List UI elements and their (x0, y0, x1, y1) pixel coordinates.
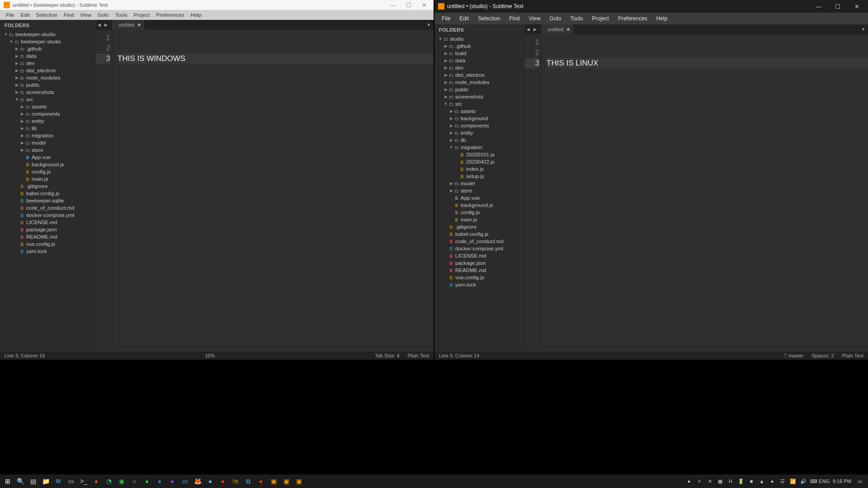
status-syntax[interactable]: Plain Text (842, 353, 864, 358)
taskbar-app-icon[interactable]: ✉ (52, 475, 64, 487)
folder-item[interactable]: ▶🗀dist_electron (0, 67, 96, 74)
code-area[interactable]: THIS IS LINUX (543, 34, 868, 352)
file-item[interactable]: 🗎yarn.lock (0, 248, 96, 255)
folder-item[interactable]: ▶🗀node_modules (434, 79, 525, 86)
file-item[interactable]: 🗎App.vue (434, 194, 525, 202)
folder-item[interactable]: ▼🗀beekeeper-studio (0, 31, 96, 38)
taskbar-app-icon[interactable]: ● (255, 475, 267, 487)
menu-view[interactable]: View (77, 12, 94, 18)
tab-menu-icon[interactable]: ▼ (859, 27, 868, 32)
tab-next-icon[interactable]: ▶ (532, 27, 538, 32)
status-pos[interactable]: Line 3, Column 14 (439, 353, 479, 358)
folder-item[interactable]: ▶🗀dev (0, 60, 96, 67)
folder-item[interactable]: ▶🗀components (0, 110, 96, 117)
menu-edit[interactable]: Edit (18, 12, 33, 18)
folder-item[interactable]: ▶🗀components (434, 122, 525, 129)
menu-file[interactable]: File (437, 15, 455, 22)
taskbar-app-icon[interactable]: ● (166, 475, 178, 487)
menu-goto[interactable]: Goto (94, 12, 112, 18)
folder-item[interactable]: ▼🗀beekeeper-studio (0, 38, 96, 45)
folder-item[interactable]: ▶🗀lib (0, 125, 96, 132)
file-item[interactable]: 🗎vue.config.js (434, 274, 525, 281)
folder-item[interactable]: ▶🗀screenshots (0, 89, 96, 96)
taskbar-app-icon[interactable]: ▤ (27, 475, 39, 487)
menu-preferences[interactable]: Preferences (613, 15, 652, 22)
taskbar-app-icon[interactable]: ⊞ (2, 475, 14, 487)
code-line[interactable] (547, 47, 868, 58)
folder-item[interactable]: ▶🗀build (434, 50, 525, 57)
folder-item[interactable]: ▶🗀.github (0, 45, 96, 52)
taskbar-app-icon[interactable]: ● (141, 475, 153, 487)
tray-icon[interactable]: ● (769, 478, 776, 485)
menu-tools[interactable]: Tools (566, 15, 588, 22)
file-item[interactable]: 🗎LICENSE.md (0, 219, 96, 226)
file-item[interactable]: 🗎code_of_conduct.md (0, 204, 96, 211)
taskbar-app-icon[interactable]: ▣ (280, 475, 292, 487)
folder-item[interactable]: ▼🗀src (0, 96, 96, 103)
folder-item[interactable]: ▶🗀dev (434, 64, 525, 71)
tab-prev-icon[interactable]: ◀ (96, 23, 103, 27)
file-tree[interactable]: ▼🗀beekeeper-studio▼🗀beekeeper-studio▶🗀.g… (0, 31, 96, 352)
file-item[interactable]: 🗎LICENSE.md (434, 252, 525, 259)
menu-selection[interactable]: Selection (473, 15, 505, 22)
tab-menu-icon[interactable]: ▼ (424, 23, 434, 27)
code-area[interactable]: THIS IS WINDOWS (114, 30, 434, 352)
code-line[interactable] (547, 37, 868, 47)
file-item[interactable]: 🗎background.js (0, 161, 96, 168)
menu-project[interactable]: Project (131, 12, 153, 18)
tray-icon[interactable]: 🔊 (800, 478, 807, 485)
file-item[interactable]: 🗎main.js (0, 175, 96, 183)
file-item[interactable]: 🗎App.vue (0, 154, 96, 161)
clock[interactable]: 9:16 PM (831, 479, 853, 484)
folder-item[interactable]: ▶🗀lib (434, 136, 525, 144)
folder-item[interactable]: ▶🗀model (434, 180, 525, 187)
tray-icon[interactable]: ⌗ (696, 478, 703, 485)
taskbar-app-icon[interactable]: ▣ (293, 475, 305, 487)
file-item[interactable]: 🗎docker-compose.yml (0, 211, 96, 219)
tray-icon[interactable]: ▦ (717, 478, 724, 485)
folder-item[interactable]: ▶🗀data (434, 57, 525, 64)
folder-item[interactable]: ▶🗀assets (434, 108, 525, 115)
tray-icon[interactable]: ■ (748, 478, 755, 485)
file-item[interactable]: 🗎.gitignore (0, 183, 96, 190)
menu-selection[interactable]: Selection (33, 12, 60, 18)
tab-next-icon[interactable]: ▶ (103, 23, 109, 27)
taskbar-app-icon[interactable]: ● (204, 475, 216, 487)
file-item[interactable]: 🗎README.md (0, 233, 96, 240)
status-tabsize[interactable]: Tab Size: 4 (375, 353, 399, 358)
tray-icon[interactable]: ENG (821, 478, 828, 485)
tray-icon[interactable]: ☰ (779, 478, 786, 485)
tray-icon[interactable]: H (727, 478, 734, 485)
taskbar-app-icon[interactable]: ⧉ (242, 475, 254, 487)
file-item[interactable]: 🗎package.json (434, 259, 525, 267)
folder-item[interactable]: ▼🗀src (434, 100, 525, 108)
tray-icon[interactable]: 🔋 (737, 478, 745, 485)
file-item[interactable]: 🗎index.js (434, 165, 525, 173)
menu-edit[interactable]: Edit (455, 15, 473, 22)
menu-help[interactable]: Help (187, 12, 204, 18)
file-item[interactable]: 🗎docker-compose.yml (434, 245, 525, 252)
maximize-button[interactable]: ☐ (828, 3, 847, 10)
status-zoom[interactable]: 10% (205, 353, 215, 358)
minimize-button[interactable]: — (809, 3, 828, 10)
file-item[interactable]: 🗎background.js (434, 202, 525, 209)
file-item[interactable]: 🗎setup.js (434, 173, 525, 180)
editor-right[interactable]: 123 THIS IS LINUX (525, 34, 868, 352)
status-branch[interactable]: master (784, 353, 804, 358)
taskbar-app-icon[interactable]: 🦊 (192, 475, 203, 487)
maximize-button[interactable]: ☐ (401, 2, 416, 9)
close-button[interactable]: ✕ (847, 3, 866, 10)
code-line[interactable]: THIS IS WINDOWS (118, 53, 434, 64)
folder-item[interactable]: ▶🗀store (0, 146, 96, 154)
taskbar-app-icon[interactable]: ◔ (103, 475, 115, 487)
tray-icon[interactable]: 📶 (789, 478, 797, 485)
taskbar-app-icon[interactable]: 🛍 (230, 475, 241, 487)
folder-item[interactable]: ▶🗀entity (434, 129, 525, 136)
folder-item[interactable]: ▶🗀data (0, 52, 96, 60)
folder-item[interactable]: ▼🗀migration (434, 144, 525, 151)
file-item[interactable]: 🗎.gitignore (434, 223, 525, 230)
file-item[interactable]: 🗎yarn.lock (434, 281, 525, 288)
menu-tools[interactable]: Tools (112, 12, 131, 18)
code-line[interactable] (118, 33, 434, 43)
status-syntax[interactable]: Plain Text (408, 353, 429, 358)
